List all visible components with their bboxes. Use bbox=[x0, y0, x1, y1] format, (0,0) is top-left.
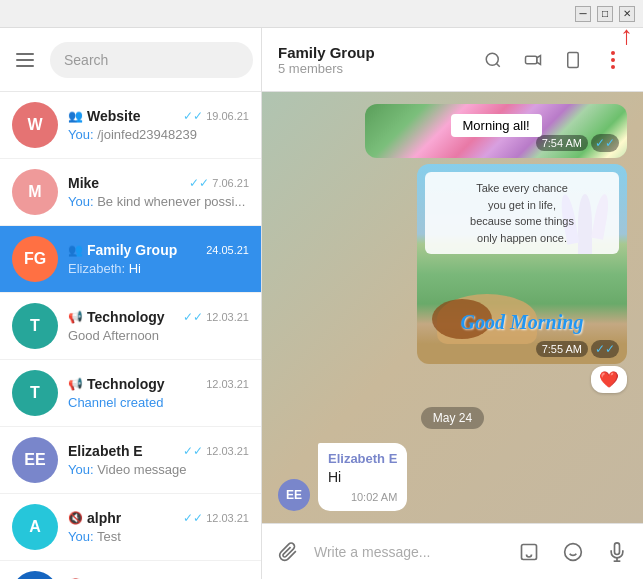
chat-info: 📢 Technology ✓✓ 12.03.21 Good Afternoon bbox=[68, 309, 249, 343]
chat-item-website[interactable]: W 👥 Website ✓✓ 19.06.21 You: bbox=[0, 92, 261, 159]
chat-date: 12.03.21 bbox=[206, 378, 249, 390]
svg-point-7 bbox=[611, 58, 615, 62]
chat-info: 🔇 alphr ✓✓ 12.03.21 You: Test bbox=[68, 510, 249, 544]
message-input[interactable] bbox=[314, 544, 503, 560]
chat-item-technology-1[interactable]: T 📢 Technology ✓✓ 12.03.21 Good After bbox=[0, 293, 261, 360]
chat-header: Family Group 5 members bbox=[262, 28, 643, 92]
channel-icon: 📢 bbox=[68, 310, 83, 324]
chat-header-info: Family Group 5 members bbox=[278, 44, 467, 76]
check-icon: ✓✓ bbox=[183, 310, 203, 324]
svg-marker-3 bbox=[537, 55, 541, 64]
search-input[interactable] bbox=[50, 42, 253, 78]
chat-name: 🔇 alphr bbox=[68, 510, 121, 526]
chat-preview: Elizabeth: Hi bbox=[68, 261, 249, 276]
sender-name: Elizabeth E bbox=[328, 451, 397, 466]
emoji-button[interactable] bbox=[555, 534, 591, 570]
chat-name: 📢 Technology bbox=[68, 376, 165, 392]
chat-item-mike[interactable]: M Mike ✓✓ 7.06.21 You: Be kind whenever bbox=[0, 159, 261, 226]
chat-item-family-group[interactable]: FG 👥 Family Group 24.05.21 Elizabeth: bbox=[0, 226, 261, 293]
check-icon: ✓✓ bbox=[183, 511, 203, 525]
group-icon: 👥 bbox=[68, 109, 83, 123]
check-icon: ✓✓ bbox=[183, 444, 203, 458]
title-bar: ─ □ ✕ bbox=[0, 0, 643, 28]
chat-panel: Family Group 5 members bbox=[262, 28, 643, 579]
avatar: FG bbox=[12, 236, 58, 282]
svg-rect-2 bbox=[526, 56, 537, 64]
message-time-2: 7:55 AM bbox=[536, 341, 588, 357]
attach-button[interactable] bbox=[270, 534, 306, 570]
avatar: M bbox=[12, 169, 58, 215]
chat-info: 📢 Technology 12.03.21 Channel created bbox=[68, 376, 249, 410]
quote-text: Take every chance you get in life, becau… bbox=[433, 180, 611, 246]
search-button[interactable] bbox=[475, 42, 511, 78]
chat-preview: You: Test bbox=[68, 529, 249, 544]
date-divider: May 24 bbox=[421, 407, 484, 429]
sticker-button[interactable] bbox=[511, 534, 547, 570]
chat-preview: You: Be kind whenever possi... bbox=[68, 194, 249, 209]
chat-date: ✓✓ 12.03.21 bbox=[183, 444, 249, 458]
avatar: 🤖 bbox=[12, 571, 58, 579]
message-time-3: 10:02 AM bbox=[351, 491, 397, 503]
more-options-button[interactable]: ↑ bbox=[595, 42, 631, 78]
chat-header-name: Family Group bbox=[278, 44, 467, 61]
message-meta-overlay-2: 7:55 AM ✓✓ bbox=[536, 340, 619, 358]
chat-preview: You: Video message bbox=[68, 462, 249, 477]
group-icon: 👥 bbox=[68, 243, 83, 257]
message-bubble-received: Elizabeth E Hi 10:02 AM bbox=[318, 443, 407, 511]
video-call-button[interactable] bbox=[515, 42, 551, 78]
avatar: A bbox=[12, 504, 58, 550]
svg-point-6 bbox=[611, 51, 615, 55]
voice-button[interactable] bbox=[599, 534, 635, 570]
svg-rect-4 bbox=[568, 52, 579, 67]
check-icon: ✓✓ bbox=[183, 109, 203, 123]
chat-input-area bbox=[262, 523, 643, 579]
good-morning-label: Good Morning bbox=[461, 311, 584, 333]
phone-button[interactable] bbox=[555, 42, 591, 78]
message-check-2: ✓✓ bbox=[591, 340, 619, 358]
svg-point-8 bbox=[611, 65, 615, 69]
chat-info: 👥 Website ✓✓ 19.06.21 You: /joinfed23948… bbox=[68, 108, 249, 142]
chat-name: 👥 Website bbox=[68, 108, 140, 124]
chat-preview: Channel created bbox=[68, 395, 249, 410]
chat-date: ✓✓ 7.06.21 bbox=[189, 176, 249, 190]
message-text: Hi bbox=[328, 468, 397, 488]
messages-area: 7:54 AM ✓✓ Morning all! bbox=[262, 92, 643, 523]
chat-item-elizabeth[interactable]: EE Elizabeth E ✓✓ 12.03.21 You: Video m bbox=[0, 427, 261, 494]
chat-list: W 👥 Website ✓✓ 19.06.21 You: bbox=[0, 92, 261, 579]
chat-name: 👥 Family Group bbox=[68, 242, 177, 258]
chat-preview: Good Afternoon bbox=[68, 328, 249, 343]
hamburger-menu-button[interactable] bbox=[12, 49, 38, 71]
chat-item-alphr[interactable]: A 🔇 alphr ✓✓ 12.03.21 You: bbox=[0, 494, 261, 561]
svg-line-1 bbox=[496, 63, 499, 66]
message-row-received: EE Elizabeth E Hi 10:02 AM bbox=[278, 443, 627, 511]
app-container: W 👥 Website ✓✓ 19.06.21 You: bbox=[0, 28, 643, 579]
chat-info: 👥 Family Group 24.05.21 Elizabeth: Hi bbox=[68, 242, 249, 276]
message-flower-image: 7:54 AM ✓✓ Morning all! bbox=[365, 104, 627, 158]
chat-name: Mike bbox=[68, 175, 99, 191]
chat-preview: You: /joinfed23948239 bbox=[68, 127, 249, 142]
maximize-button[interactable]: □ bbox=[597, 6, 613, 22]
avatar: T bbox=[12, 370, 58, 416]
chat-date: ✓✓ 12.03.21 bbox=[183, 310, 249, 324]
chat-date: ✓✓ 12.03.21 bbox=[183, 511, 249, 525]
sender-avatar: EE bbox=[278, 479, 310, 511]
chat-item-botfather[interactable]: 🤖 🔇 BotFather ✓ 12.03.21 Done! Congr bbox=[0, 561, 261, 579]
minimize-button[interactable]: ─ bbox=[575, 6, 591, 22]
muted-icon: 🔇 bbox=[68, 511, 83, 525]
landscape-bg: Take every chance you get in life, becau… bbox=[417, 164, 627, 364]
chat-name: Elizabeth E bbox=[68, 443, 143, 459]
chat-item-technology-2[interactable]: T 📢 Technology 12.03.21 Channel created bbox=[0, 360, 261, 427]
chat-header-subtitle: 5 members bbox=[278, 61, 467, 76]
close-button[interactable]: ✕ bbox=[619, 6, 635, 22]
header-icons: ↑ bbox=[475, 42, 631, 78]
avatar: W bbox=[12, 102, 58, 148]
chat-info: Elizabeth E ✓✓ 12.03.21 You: Video messa… bbox=[68, 443, 249, 477]
sidebar-header bbox=[0, 28, 261, 92]
message-reaction: ❤️ bbox=[591, 366, 627, 393]
chat-name: 📢 Technology bbox=[68, 309, 165, 325]
message-good-morning: Take every chance you get in life, becau… bbox=[417, 164, 627, 364]
chat-info: Mike ✓✓ 7.06.21 You: Be kind whenever po… bbox=[68, 175, 249, 209]
check-icon: ✓✓ bbox=[189, 176, 209, 190]
morning-text: Morning all! bbox=[451, 114, 542, 137]
svg-point-0 bbox=[486, 53, 498, 65]
